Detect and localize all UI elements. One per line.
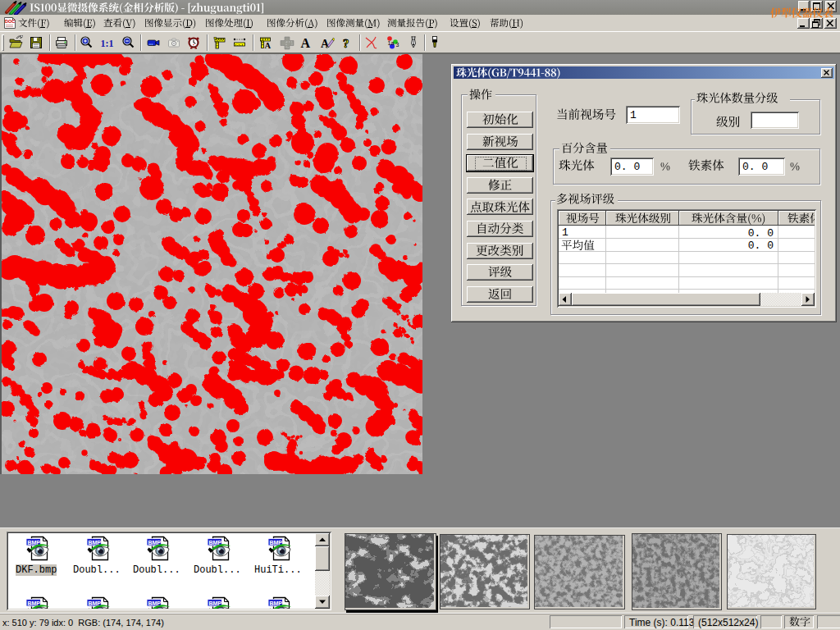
svg-text:?: ? xyxy=(343,37,349,50)
svg-text:BMP: BMP xyxy=(269,600,282,606)
svg-text:1:1: 1:1 xyxy=(101,38,114,49)
svg-text:BMP: BMP xyxy=(269,540,282,546)
svg-text:BMP: BMP xyxy=(27,540,40,546)
svg-text:BMP: BMP xyxy=(88,600,101,606)
svg-text:BMP: BMP xyxy=(148,600,161,606)
svg-text:A: A xyxy=(265,41,272,50)
svg-text:BMP: BMP xyxy=(88,540,101,546)
svg-text:BMP: BMP xyxy=(148,540,161,546)
svg-text:A: A xyxy=(301,36,311,50)
svg-text:DOC: DOC xyxy=(5,19,15,24)
svg-text:BMP: BMP xyxy=(208,600,221,606)
svg-text:3: 3 xyxy=(396,42,399,48)
svg-text:BMP: BMP xyxy=(27,600,40,606)
svg-text:1a: 1a xyxy=(388,40,395,46)
svg-text:A: A xyxy=(321,38,330,50)
svg-text:BMP: BMP xyxy=(208,540,221,546)
